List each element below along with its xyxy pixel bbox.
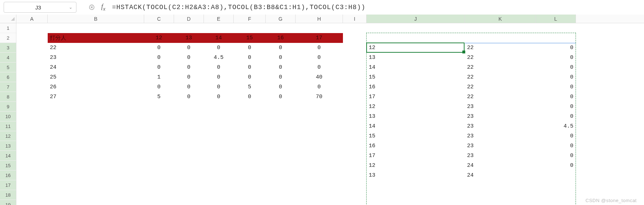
cell[interactable] — [48, 131, 144, 141]
cell[interactable] — [234, 170, 266, 180]
spreadsheet-grid[interactable]: ABCDEFGHIJKL 123456789101112131415161718… — [0, 15, 644, 205]
cell[interactable] — [204, 141, 234, 151]
cell[interactable]: 12 — [367, 161, 465, 170]
cell[interactable] — [465, 190, 536, 200]
column-header-A[interactable]: A — [16, 15, 48, 23]
cell[interactable]: 0 — [536, 63, 576, 72]
cell[interactable] — [144, 200, 174, 205]
cell[interactable] — [48, 141, 144, 151]
cell[interactable] — [465, 23, 536, 33]
cell[interactable] — [343, 72, 367, 82]
cell[interactable] — [48, 151, 144, 161]
cell[interactable] — [266, 170, 296, 180]
cell[interactable]: 0 — [144, 53, 174, 63]
cell[interactable] — [174, 102, 204, 112]
row-header[interactable]: 1 — [0, 23, 16, 33]
cell[interactable] — [266, 121, 296, 131]
row-header[interactable]: 8 — [0, 92, 16, 102]
cell[interactable] — [343, 53, 367, 63]
cell[interactable] — [296, 131, 343, 141]
cell[interactable]: 22 — [465, 82, 536, 92]
cell[interactable] — [343, 33, 367, 43]
cell[interactable]: 1 — [144, 72, 174, 82]
cell[interactable]: 0 — [296, 43, 343, 53]
cell[interactable]: 4.5 — [204, 53, 234, 63]
cell[interactable] — [536, 200, 576, 205]
cell[interactable] — [16, 82, 48, 92]
cell[interactable]: 0 — [536, 131, 576, 141]
cell[interactable]: 40 — [296, 72, 343, 82]
cell[interactable] — [296, 170, 343, 180]
cell[interactable]: 17 — [367, 151, 465, 161]
cell[interactable] — [234, 200, 266, 205]
cell[interactable] — [204, 161, 234, 170]
row-header[interactable]: 11 — [0, 121, 16, 131]
cell[interactable] — [48, 170, 144, 180]
cell[interactable] — [204, 200, 234, 205]
cell[interactable] — [16, 141, 48, 151]
row-header[interactable]: 3 — [0, 43, 16, 53]
cell[interactable] — [48, 121, 144, 131]
cell[interactable]: 0 — [266, 72, 296, 82]
column-header-E[interactable]: E — [204, 15, 234, 23]
cell[interactable]: 27 — [48, 92, 144, 102]
column-header-C[interactable]: C — [144, 15, 174, 23]
cell[interactable] — [266, 200, 296, 205]
cell[interactable] — [343, 131, 367, 141]
cell[interactable] — [204, 180, 234, 190]
cell[interactable] — [296, 23, 343, 33]
cell[interactable] — [16, 200, 48, 205]
cell[interactable] — [343, 92, 367, 102]
cell[interactable] — [16, 180, 48, 190]
cell[interactable]: 17 — [367, 92, 465, 102]
formula-input[interactable] — [110, 2, 640, 13]
cell[interactable] — [296, 190, 343, 200]
cell[interactable] — [16, 170, 48, 180]
column-header-H[interactable]: H — [296, 15, 343, 23]
cell[interactable]: 0 — [266, 92, 296, 102]
cell[interactable] — [174, 200, 204, 205]
cell[interactable] — [343, 112, 367, 121]
cell[interactable] — [16, 33, 48, 43]
cell[interactable] — [48, 161, 144, 170]
cell[interactable] — [16, 112, 48, 121]
cell[interactable]: 22 — [465, 63, 536, 72]
cell[interactable] — [174, 141, 204, 151]
cell[interactable]: 4.5 — [536, 121, 576, 131]
cell[interactable]: 70 — [296, 92, 343, 102]
cell[interactable] — [144, 131, 174, 141]
cell[interactable] — [536, 190, 576, 200]
cell[interactable]: 13 — [367, 170, 465, 180]
cell[interactable]: 0 — [144, 43, 174, 53]
cell[interactable] — [174, 190, 204, 200]
cell[interactable] — [204, 131, 234, 141]
cell[interactable]: 0 — [174, 82, 204, 92]
cell[interactable]: 0 — [204, 82, 234, 92]
cell[interactable]: 0 — [234, 43, 266, 53]
cell[interactable] — [343, 141, 367, 151]
cell[interactable] — [296, 161, 343, 170]
cell[interactable] — [204, 121, 234, 131]
cell[interactable] — [234, 141, 266, 151]
cell[interactable] — [536, 23, 576, 33]
cell[interactable]: 0 — [234, 53, 266, 63]
cell[interactable]: 22 — [465, 43, 536, 53]
cell[interactable]: 0 — [266, 53, 296, 63]
cell[interactable] — [174, 170, 204, 180]
cell[interactable] — [266, 102, 296, 112]
cell[interactable] — [343, 121, 367, 131]
cell[interactable] — [343, 200, 367, 205]
cell[interactable]: 23 — [465, 121, 536, 131]
cell[interactable]: 12 — [367, 102, 465, 112]
row-header[interactable]: 12 — [0, 131, 16, 141]
column-header-I[interactable]: I — [343, 15, 367, 23]
cell[interactable] — [266, 23, 296, 33]
cell[interactable]: 0 — [536, 72, 576, 82]
cell[interactable] — [174, 180, 204, 190]
cell[interactable]: 13 — [367, 53, 465, 63]
cell[interactable] — [144, 161, 174, 170]
cell[interactable]: 22 — [465, 53, 536, 63]
cell[interactable] — [144, 112, 174, 121]
cell[interactable]: 0 — [296, 63, 343, 72]
cell[interactable] — [343, 170, 367, 180]
